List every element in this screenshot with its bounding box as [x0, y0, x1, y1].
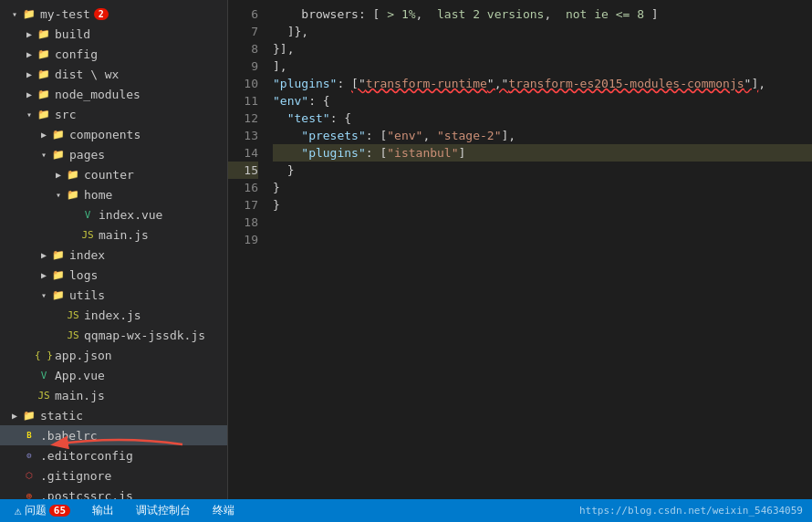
- sidebar-item-dist-wx[interactable]: ▶ 📁 dist \ wx: [0, 64, 227, 84]
- terminal-label: 终端: [213, 503, 234, 518]
- problems-count: 65: [49, 505, 70, 517]
- terminal-button[interactable]: 终端: [207, 501, 240, 520]
- sidebar-item-label: home: [84, 188, 112, 202]
- sidebar-item-label: main.js: [55, 389, 105, 402]
- code-line-14: "plugins": ["istanbul"]: [273, 144, 812, 162]
- sidebar-item-app-json[interactable]: ▶ { } app.json: [0, 345, 227, 365]
- problems-button[interactable]: ⚠ 问题 65: [9, 501, 76, 520]
- sidebar-item-label: .postcssrc.js: [40, 489, 133, 500]
- sidebar-item-label: node_modules: [55, 88, 141, 101]
- sidebar-item-label: my-test: [40, 7, 90, 21]
- sidebar-item-src[interactable]: ▾ 📁 src: [0, 104, 227, 124]
- folder-icon: 📁: [36, 47, 51, 61]
- js-file-icon: JS: [66, 328, 80, 342]
- sidebar-item-my-test[interactable]: ▾ 📁 my-test 2: [0, 4, 227, 24]
- debug-console-button[interactable]: 调试控制台: [130, 501, 196, 520]
- sidebar-item-gitignore[interactable]: ▶ ⬡ .gitignore: [0, 465, 227, 485]
- chevron-icon: ▶: [36, 127, 51, 141]
- code-area: 6 7 8 9 10 11 12 13 14 15 16 17 18 19 br…: [228, 0, 812, 499]
- sidebar-item-index-js-utils[interactable]: ▶ JS index.js: [0, 305, 227, 325]
- folder-icon: 📁: [36, 107, 51, 121]
- sidebar-item-pages[interactable]: ▾ 📁 pages: [0, 144, 227, 164]
- sidebar-item-home[interactable]: ▾ 📁 home: [0, 184, 227, 204]
- sidebar-item-label: pages: [69, 148, 105, 162]
- line-numbers: 6 7 8 9 10 11 12 13 14 15 16 17 18 19: [228, 4, 269, 499]
- sidebar-item-label: src: [55, 108, 76, 121]
- sidebar-item-utils[interactable]: ▾ 📁 utils: [0, 285, 227, 305]
- chevron-icon: ▶: [22, 47, 36, 61]
- sidebar-item-counter[interactable]: ▶ 📁 counter: [0, 164, 227, 184]
- chevron-icon: ▶: [22, 87, 36, 101]
- folder-icon: 📁: [51, 127, 66, 141]
- folder-icon: 📁: [51, 247, 66, 262]
- sidebar-item-label: static: [40, 409, 83, 423]
- sidebar-item-label: .babelrc: [40, 429, 98, 443]
- folder-icon: 📁: [22, 6, 36, 21]
- sidebar-item-label: index: [69, 248, 105, 262]
- vue-file-icon: V: [80, 207, 95, 222]
- status-left: ⚠ 问题 65 输出 调试控制台 终端: [9, 501, 240, 520]
- chevron-icon: ▶: [36, 247, 51, 262]
- chevron-icon: ▶: [51, 167, 66, 182]
- output-label: 输出: [92, 503, 114, 518]
- sidebar-item-logs[interactable]: ▶ 📁 logs: [0, 265, 227, 285]
- folder-icon: 📁: [51, 287, 66, 302]
- code-line-9: ],: [273, 57, 812, 75]
- problems-label: 问题: [25, 503, 47, 518]
- chevron-icon: ▾: [36, 287, 51, 302]
- sidebar-item-label: index.vue: [99, 208, 162, 222]
- folder-icon: 📁: [51, 267, 66, 282]
- chevron-icon: ▶: [7, 408, 22, 423]
- sidebar-item-label: utils: [69, 288, 105, 302]
- sidebar-item-build[interactable]: ▶ 📁 build: [0, 24, 227, 44]
- sidebar-item-label: .editorconfig: [40, 449, 133, 463]
- main-container: ▾ 📁 my-test 2 ▶ 📁 build ▶ 📁 config ▶ 📁: [0, 0, 812, 499]
- js-file-icon: JS: [66, 308, 80, 322]
- folder-icon: 📁: [36, 87, 51, 101]
- sidebar-item-label: logs: [69, 268, 98, 282]
- sidebar-item-config[interactable]: ▶ 📁 config: [0, 44, 227, 64]
- status-url: https://blog.csdn.net/weixin_54634059: [579, 505, 803, 517]
- sidebar-item-label: App.vue: [55, 369, 105, 382]
- sidebar-item-label: dist \ wx: [55, 68, 119, 81]
- sidebar-item-components[interactable]: ▶ 📁 components: [0, 124, 227, 144]
- vue-file-icon: V: [36, 368, 51, 382]
- code-line-6: browsers: [ > 1%, last 2 versions, not i…: [273, 5, 812, 23]
- code-line-7: ]},: [273, 23, 812, 40]
- code-line-16: }: [273, 179, 812, 196]
- code-line-8: }],: [273, 40, 812, 57]
- sidebar-item-main-js-home[interactable]: ▶ JS main.js: [0, 224, 227, 245]
- sidebar-item-app-vue[interactable]: ▶ V App.vue: [0, 365, 227, 385]
- code-line-12: "test": {: [273, 110, 812, 127]
- sidebar-item-label: qqmap-wx-jssdk.js: [84, 329, 205, 342]
- code-line-13: "presets": ["env", "stage-2"],: [273, 127, 812, 144]
- js-file-icon: JS: [36, 388, 51, 402]
- sidebar-item-label: main.js: [99, 228, 149, 242]
- sidebar-item-label: index.js: [84, 308, 141, 322]
- sidebar-item-editorconfig[interactable]: ▶ ⚙ .editorconfig: [0, 445, 227, 465]
- code-content: browsers: [ > 1%, last 2 versions, not i…: [269, 4, 812, 499]
- output-button[interactable]: 输出: [87, 501, 120, 520]
- sidebar-item-index-vue[interactable]: ▶ V index.vue: [0, 204, 227, 224]
- folder-icon: 📁: [51, 147, 66, 162]
- sidebar-item-babelrc[interactable]: ▶ B .babelrc: [0, 425, 227, 445]
- sidebar-item-node-modules[interactable]: ▶ 📁 node_modules: [0, 84, 227, 104]
- sidebar-item-index[interactable]: ▶ 📁 index: [0, 245, 227, 265]
- sidebar-item-main-js-root[interactable]: ▶ JS main.js: [0, 385, 227, 405]
- folder-icon: 📁: [66, 187, 80, 202]
- sidebar-item-postcssrc[interactable]: ▶ ⊕ .postcssrc.js: [0, 485, 227, 499]
- sidebar-item-static[interactable]: ▶ 📁 static: [0, 405, 227, 425]
- sidebar-item-label: app.json: [55, 349, 112, 362]
- folder-icon: 📁: [36, 67, 51, 81]
- folder-icon: 📁: [22, 408, 36, 423]
- chevron-icon: ▾: [7, 6, 22, 21]
- editor-file-icon: ⚙: [22, 448, 36, 463]
- sidebar-item-label: components: [69, 128, 141, 141]
- debug-console-label: 调试控制台: [136, 503, 191, 518]
- folder-icon: 📁: [36, 26, 51, 41]
- sidebar-item-qqmap[interactable]: ▶ JS qqmap-wx-jssdk.js: [0, 325, 227, 345]
- chevron-icon: ▾: [51, 187, 66, 202]
- chevron-icon: ▾: [22, 107, 36, 121]
- chevron-icon: ▶: [36, 267, 51, 282]
- babel-file-icon: B: [22, 428, 36, 443]
